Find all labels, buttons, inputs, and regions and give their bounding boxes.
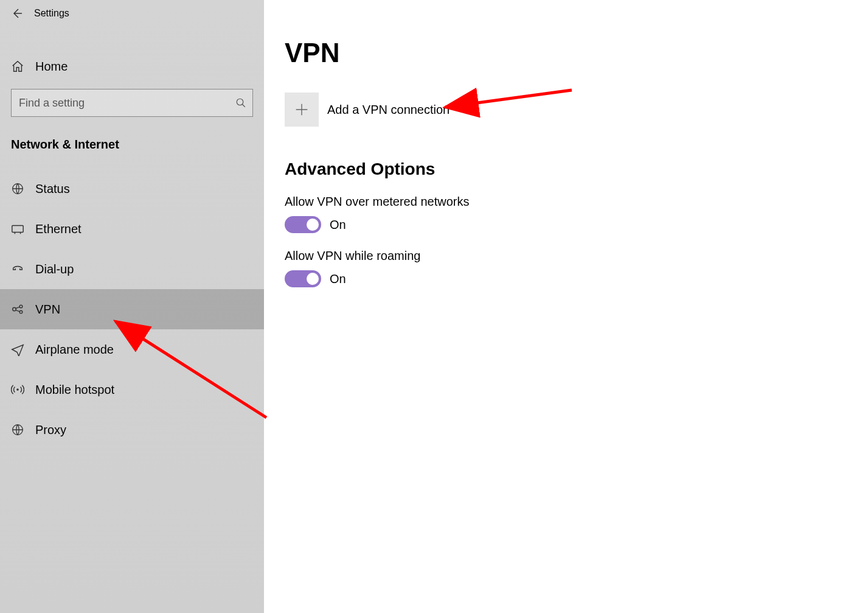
dialup-icon — [11, 262, 24, 276]
svg-rect-2 — [12, 226, 23, 233]
toggle-metered-state: On — [330, 218, 346, 232]
sidebar-item-ethernet[interactable]: Ethernet — [0, 209, 264, 249]
hotspot-icon — [11, 383, 24, 396]
sidebar-item-label: Dial-up — [35, 262, 74, 276]
nav-list: Status Ethernet Dial-up — [0, 169, 264, 450]
sidebar-item-airplane[interactable]: Airplane mode — [0, 329, 264, 370]
svg-point-4 — [19, 305, 23, 308]
globe-icon — [11, 182, 24, 195]
svg-point-5 — [19, 310, 23, 314]
sidebar-header: Settings — [0, 0, 264, 27]
ethernet-icon — [11, 222, 24, 236]
sidebar-item-home[interactable]: Home — [0, 46, 264, 86]
sidebar-item-label: Ethernet — [35, 222, 82, 236]
svg-point-0 — [237, 99, 243, 105]
toggle-metered[interactable] — [285, 216, 321, 233]
main-content: VPN Add a VPN connection Advanced Option… — [264, 0, 868, 613]
sidebar-item-status[interactable]: Status — [0, 169, 264, 209]
proxy-icon — [11, 423, 24, 436]
app-title: Settings — [34, 8, 69, 19]
toggle-roaming[interactable] — [285, 270, 321, 287]
advanced-options-title: Advanced Options — [285, 159, 847, 179]
sidebar: Settings Home Network & Internet — [0, 0, 264, 613]
category-title: Network & Internet — [0, 138, 264, 152]
home-label: Home — [35, 60, 68, 74]
sidebar-item-vpn[interactable]: VPN — [0, 289, 264, 329]
home-icon — [11, 60, 24, 73]
plus-icon — [285, 93, 319, 127]
airplane-icon — [11, 343, 24, 356]
sidebar-item-proxy[interactable]: Proxy — [0, 410, 264, 450]
option-metered-label: Allow VPN over metered networks — [285, 195, 847, 209]
search-box[interactable] — [11, 89, 253, 117]
search-icon — [235, 97, 246, 108]
vpn-icon — [11, 303, 24, 316]
sidebar-item-label: Mobile hotspot — [35, 383, 114, 397]
add-vpn-label: Add a VPN connection — [327, 103, 450, 117]
add-vpn-button[interactable]: Add a VPN connection — [285, 93, 450, 127]
sidebar-item-label: Proxy — [35, 423, 66, 437]
sidebar-item-label: Status — [35, 182, 70, 196]
sidebar-item-hotspot[interactable]: Mobile hotspot — [0, 370, 264, 410]
sidebar-item-dialup[interactable]: Dial-up — [0, 249, 264, 289]
svg-point-6 — [16, 388, 19, 391]
search-input[interactable] — [18, 96, 235, 110]
option-roaming-label: Allow VPN while roaming — [285, 249, 847, 263]
back-button[interactable] — [0, 0, 34, 27]
toggle-roaming-state: On — [330, 272, 346, 286]
page-title: VPN — [285, 38, 847, 68]
sidebar-item-label: VPN — [35, 303, 60, 317]
arrow-left-icon — [11, 7, 23, 19]
sidebar-item-label: Airplane mode — [35, 343, 114, 357]
svg-point-3 — [13, 307, 16, 311]
